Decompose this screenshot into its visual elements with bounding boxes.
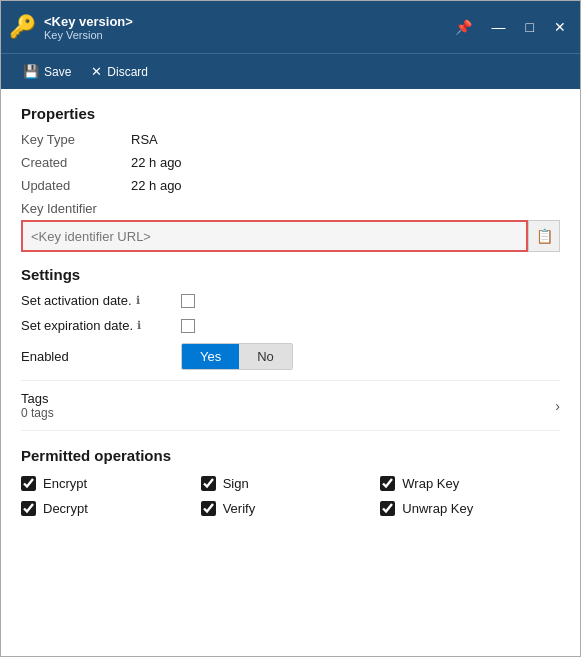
discard-icon: ✕ <box>91 64 102 79</box>
activation-checkbox[interactable] <box>181 294 195 308</box>
title-bar-text: <Key version> Key Version <box>44 14 449 41</box>
encrypt-checkbox[interactable] <box>21 476 36 491</box>
encrypt-label: Encrypt <box>43 476 87 491</box>
save-button[interactable]: 💾 Save <box>13 60 81 83</box>
yes-button[interactable]: Yes <box>182 344 239 369</box>
expiration-label: Set expiration date. ℹ <box>21 318 181 333</box>
decrypt-op: Decrypt <box>21 501 201 516</box>
decrypt-label: Decrypt <box>43 501 88 516</box>
save-icon: 💾 <box>23 64 39 79</box>
key-type-label: Key Type <box>21 132 131 147</box>
decrypt-checkbox[interactable] <box>21 501 36 516</box>
restore-button[interactable]: □ <box>520 15 540 39</box>
properties-section: Properties Key Type RSA Created 22 h ago… <box>21 105 560 252</box>
settings-section: Settings Set activation date. ℹ Set expi… <box>21 266 560 370</box>
created-row: Created 22 h ago <box>21 155 560 170</box>
updated-label: Updated <box>21 178 131 193</box>
toolbar: 💾 Save ✕ Discard <box>1 53 580 89</box>
key-identifier-row: 📋 <box>21 220 560 252</box>
properties-title: Properties <box>21 105 560 122</box>
activation-label: Set activation date. ℹ <box>21 293 181 308</box>
window-title: <Key version> <box>44 14 449 29</box>
expiration-info-icon[interactable]: ℹ <box>137 319 141 332</box>
discard-label: Discard <box>107 65 148 79</box>
updated-row: Updated 22 h ago <box>21 178 560 193</box>
window-controls: 📌 — □ ✕ <box>449 15 572 39</box>
settings-title: Settings <box>21 266 560 283</box>
wrap-key-op: Wrap Key <box>380 476 560 491</box>
enabled-label: Enabled <box>21 349 181 364</box>
copy-icon: 📋 <box>536 228 553 244</box>
key-identifier-input[interactable] <box>21 220 528 252</box>
key-type-value: RSA <box>131 132 158 147</box>
copy-button[interactable]: 📋 <box>528 220 560 252</box>
minimize-button[interactable]: — <box>486 15 512 39</box>
activation-row: Set activation date. ℹ <box>21 293 560 308</box>
title-bar: 🔑 <Key version> Key Version 📌 — □ ✕ <box>1 1 580 53</box>
tags-count: 0 tags <box>21 406 555 420</box>
expiration-checkbox[interactable] <box>181 319 195 333</box>
verify-label: Verify <box>223 501 256 516</box>
window-subtitle: Key Version <box>44 29 449 41</box>
unwrap-key-label: Unwrap Key <box>402 501 473 516</box>
chevron-right-icon: › <box>555 398 560 414</box>
enabled-row: Enabled Yes No <box>21 343 560 370</box>
created-label: Created <box>21 155 131 170</box>
app-icon: 🔑 <box>9 14 36 40</box>
ops-grid: Encrypt Sign Wrap Key Decrypt <box>21 476 560 516</box>
content-area: Properties Key Type RSA Created 22 h ago… <box>1 89 580 656</box>
tags-row[interactable]: Tags 0 tags › <box>21 380 560 431</box>
unwrap-key-op: Unwrap Key <box>380 501 560 516</box>
key-type-row: Key Type RSA <box>21 132 560 147</box>
main-window: 🔑 <Key version> Key Version 📌 — □ ✕ 💾 Sa… <box>0 0 581 657</box>
activation-info-icon[interactable]: ℹ <box>136 294 140 307</box>
updated-value: 22 h ago <box>131 178 182 193</box>
pin-button[interactable]: 📌 <box>449 15 478 39</box>
sign-checkbox[interactable] <box>201 476 216 491</box>
save-label: Save <box>44 65 71 79</box>
verify-op: Verify <box>201 501 381 516</box>
no-button[interactable]: No <box>239 344 292 369</box>
permitted-operations-section: Permitted operations Encrypt Sign Wrap K… <box>21 447 560 516</box>
expiration-row: Set expiration date. ℹ <box>21 318 560 333</box>
created-value: 22 h ago <box>131 155 182 170</box>
tags-content: Tags 0 tags <box>21 391 555 420</box>
sign-op: Sign <box>201 476 381 491</box>
enabled-toggle-group: Yes No <box>181 343 293 370</box>
discard-button[interactable]: ✕ Discard <box>81 60 158 83</box>
close-button[interactable]: ✕ <box>548 15 572 39</box>
verify-checkbox[interactable] <box>201 501 216 516</box>
permitted-ops-title: Permitted operations <box>21 447 560 464</box>
key-identifier-label: Key Identifier <box>21 201 560 216</box>
encrypt-op: Encrypt <box>21 476 201 491</box>
wrap-key-label: Wrap Key <box>402 476 459 491</box>
wrap-key-checkbox[interactable] <box>380 476 395 491</box>
tags-title: Tags <box>21 391 555 406</box>
unwrap-key-checkbox[interactable] <box>380 501 395 516</box>
sign-label: Sign <box>223 476 249 491</box>
